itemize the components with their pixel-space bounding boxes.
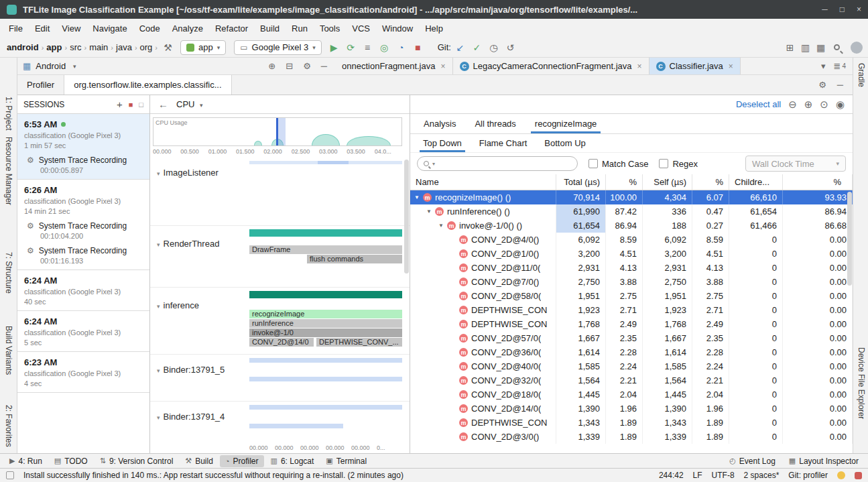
menu-navigate[interactable]: Navigate [86, 21, 133, 36]
hidden-tabs-icon[interactable]: ≣ 4 [834, 61, 846, 71]
recording-item[interactable]: ⚙System Trace Recording00:01:16.193 [17, 243, 149, 267]
table-scrollbar[interactable] [847, 192, 852, 286]
expand-triangle-icon[interactable]: ▼ [438, 223, 447, 229]
subtab-flame-chart[interactable]: Flame Chart [471, 134, 536, 152]
apply-changes-button[interactable]: ⟳ [343, 42, 359, 53]
toolwindow-button-4-run[interactable]: ▶4: Run [4, 455, 48, 467]
git-revert-icon[interactable]: ↺ [503, 42, 518, 53]
status-item-git-profiler[interactable]: Git: profiler [788, 471, 828, 480]
menu-vcs[interactable]: VCS [346, 21, 376, 36]
breadcrumb-src[interactable]: src [68, 42, 82, 52]
breadcrumb-org[interactable]: org [139, 42, 154, 52]
trace-span-depthwise-conv[interactable]: DEPTHWISE_CONV_... [316, 338, 402, 347]
thread-label-binder5[interactable]: ▾Binder:13791_5 [157, 365, 225, 375]
end-session-icon[interactable]: □ [139, 101, 143, 109]
editor-tab-classifier-java[interactable]: CClassifier.java× [649, 58, 741, 74]
status-item-lf[interactable]: LF [693, 471, 702, 480]
sdk-manager-icon[interactable]: ▦ [813, 42, 828, 53]
cpu-selector[interactable]: CPU ▾ [176, 99, 203, 109]
breadcrumb-app[interactable]: app [45, 42, 63, 52]
session-entry[interactable]: 6:53 AMclassification (Google Pixel 3)1 … [17, 114, 149, 179]
calltree-row[interactable]: ▼minvoke@-1/0() ()61,65486.941880.2761,4… [410, 219, 853, 233]
run-button[interactable]: ▶ [326, 42, 342, 53]
menu-code[interactable]: Code [133, 21, 166, 36]
calltree-row[interactable]: mCONV_2D@58/0(1,9512.751,9512.7500.00 [410, 289, 853, 303]
breadcrumb-android[interactable]: android [5, 42, 40, 52]
editor-tab-legacycameraconnectionfragment-java[interactable]: CLegacyCameraConnectionFragment.java× [453, 58, 649, 74]
status-item-utf-8[interactable]: UTF-8 [712, 471, 735, 480]
search-everywhere-icon[interactable] [834, 44, 840, 50]
tabs-dropdown-icon[interactable]: ▾ [821, 61, 826, 71]
tool-window-button-resource-manager[interactable]: Resource Manager [4, 137, 13, 205]
column-header-5[interactable]: Childre... [729, 174, 783, 190]
thread-label-binder4[interactable]: ▾Binder:13791_4 [157, 412, 225, 422]
build-hammer-icon[interactable]: ⚒ [160, 42, 176, 53]
toolwindow-button-9-version-control[interactable]: ⇅9: Version Control [95, 455, 179, 467]
toolwindow-button-6-logcat[interactable]: ▥6: Logcat [265, 455, 320, 467]
menu-refactor[interactable]: Refactor [209, 21, 254, 36]
git-update-icon[interactable]: ↙ [452, 42, 468, 53]
column-header-4[interactable]: % [692, 174, 729, 190]
trace-span-conv2d[interactable]: CONV_2D@14/0 [249, 338, 314, 347]
recording-item[interactable]: ⚙System Trace Recording00:00:05.897 [17, 152, 149, 177]
thread-label-renderthread[interactable]: ▾RenderThread [157, 239, 219, 249]
toolwindow-button-terminal[interactable]: ▣Terminal [320, 455, 372, 467]
calltree-row[interactable]: mCONV_2D@3/0()1,3391.891,3391.8900.00 [410, 430, 853, 444]
search-input[interactable]: ▾ [417, 156, 578, 171]
menu-view[interactable]: View [56, 21, 86, 36]
project-view-selector[interactable]: Android [36, 61, 66, 71]
tool-window-button-build-variants[interactable]: Build Variants [4, 326, 13, 375]
avatar[interactable] [851, 42, 863, 54]
run-configuration-select[interactable]: app ▾ [180, 40, 226, 55]
calltree-row[interactable]: ▼mrecognizeImage() ()70,914100.004,3046.… [410, 190, 853, 204]
recording-item[interactable]: ⚙System Trace Recording00:10:04.200 [17, 218, 149, 243]
toolwindow-toggle-icon[interactable] [6, 471, 14, 479]
subtab-bottom-up[interactable]: Bottom Up [536, 134, 594, 152]
toolwindow-button-event-log[interactable]: ◴Event Log [724, 455, 781, 467]
git-commit-icon[interactable]: ✓ [469, 42, 485, 53]
calltree-row[interactable]: mCONV_2D@18/0(1,4452.041,4452.0400.00 [410, 387, 853, 402]
minimize-button[interactable]: ─ [822, 5, 828, 14]
project-settings-icon[interactable]: ⚙ [300, 61, 314, 71]
calltree-row[interactable]: mCONV_2D@7/0()2,7503.882,7503.8800.00 [410, 275, 853, 289]
trace-span-flush-commands[interactable]: flush commands [307, 255, 402, 263]
collapse-all-icon[interactable]: ⊟ [283, 61, 296, 71]
thread-label-inference[interactable]: ▾inference [157, 300, 199, 310]
column-header-0[interactable]: Name [410, 174, 556, 190]
column-header-2[interactable]: % [606, 174, 643, 190]
calltree-row[interactable]: mDEPTHWISE_CON1,3431.891,3431.8900.00 [410, 416, 853, 430]
zoom-to-selection-icon[interactable]: ◉ [836, 99, 845, 111]
minimap-selection-range[interactable] [276, 118, 286, 145]
session-entry[interactable]: 6:24 AMclassification (Google Pixel 3)5 … [17, 311, 149, 351]
match-case-checkbox[interactable]: Match Case [588, 159, 648, 169]
calltree-row[interactable]: mDEPTHWISE_CON1,9232.711,9232.7100.00 [410, 303, 853, 317]
zoom-in-icon[interactable]: ⊕ [804, 99, 813, 111]
device-select[interactable]: ▭ Google Pixel 3 ▾ [234, 40, 321, 55]
menu-file[interactable]: File [3, 21, 29, 36]
tab-all-threads[interactable]: All threads [465, 114, 525, 133]
subtab-top-down[interactable]: Top Down [414, 134, 471, 152]
tool-window-button-device-file-explorer[interactable]: Device File Explorer [857, 347, 866, 419]
cpu-usage-minimap[interactable]: CPU Usage [153, 117, 402, 146]
hide-panel-icon[interactable]: ─ [318, 61, 330, 71]
clock-type-select[interactable]: Wall Clock Time ▾ [745, 156, 846, 172]
git-history-icon[interactable]: ◷ [486, 42, 501, 53]
toolwindow-button-layout-inspector[interactable]: ▦Layout Inspector [784, 455, 864, 467]
sync-project-icon[interactable]: ⊞ [782, 42, 798, 53]
tool-window-button-7-structure[interactable]: 7: Structure [4, 252, 13, 294]
menu-help[interactable]: Help [419, 21, 449, 36]
session-entry[interactable]: 6:23 AMclassification (Google Pixel 3)4 … [17, 352, 149, 392]
inspections-icon[interactable] [837, 471, 845, 479]
toolwindow-button-build[interactable]: ⚒Build [180, 455, 219, 467]
tab-close-icon[interactable]: × [440, 62, 445, 71]
calltree-row[interactable]: ▼mrunInference() ()61,99087.423360.4761,… [410, 204, 853, 219]
calltree-row[interactable]: mCONV_2D@4/0()6,0928.596,0928.5900.00 [410, 233, 853, 247]
breadcrumb-main[interactable]: main [88, 42, 109, 52]
trace-span-runinference[interactable]: runInference [249, 319, 402, 328]
profiler-settings-icon[interactable]: ⚙ [818, 80, 826, 90]
reset-zoom-icon[interactable]: ⊙ [820, 99, 828, 111]
toolwindow-button-todo[interactable]: ▤TODO [49, 455, 93, 467]
debug-button[interactable]: ◎ [377, 42, 392, 53]
column-header-1[interactable]: Total (µs) [556, 174, 606, 190]
profiler-minimize-icon[interactable]: ─ [837, 80, 843, 90]
